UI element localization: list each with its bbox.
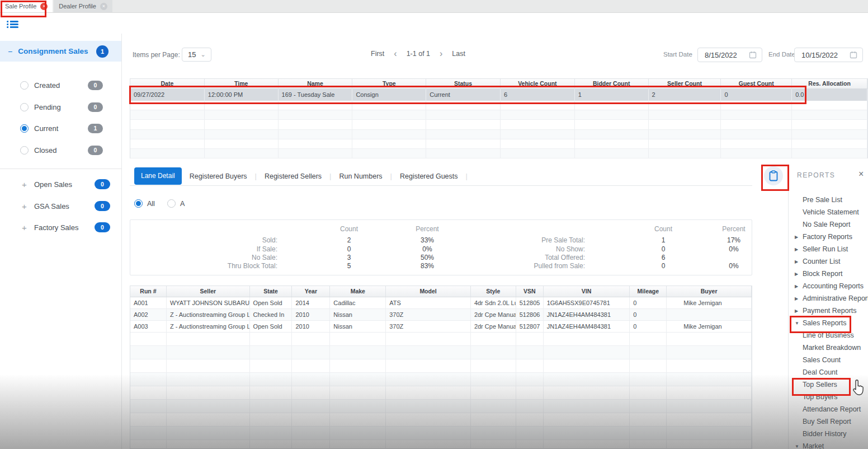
radio-current[interactable] — [20, 124, 29, 133]
tab-run-numbers[interactable]: Run Numbers — [331, 172, 390, 180]
radio-closed[interactable] — [20, 146, 29, 155]
tree-expanded-icon[interactable]: ▼ — [795, 321, 799, 326]
column-header-style[interactable]: Style — [471, 286, 516, 297]
expand-plus-icon[interactable]: + — [20, 180, 29, 189]
report-item-market-breakdown[interactable]: Market Breakdown — [789, 342, 868, 354]
report-item-no-sale-report[interactable]: No Sale Report — [789, 218, 868, 231]
empty-cell — [330, 440, 386, 449]
column-header-date[interactable]: Date — [130, 79, 205, 88]
column-header-name[interactable]: Name — [279, 79, 353, 88]
column-header-buyer[interactable]: Buyer — [667, 286, 752, 297]
report-item-counter-list[interactable]: ▶Counter List — [789, 255, 868, 268]
report-item-top-buyers[interactable]: Top Buyers — [789, 391, 868, 403]
pagination-prev-icon[interactable]: ‹ — [394, 50, 397, 57]
vehicle-row[interactable]: A001WYATT JOHNSON SUBARU H...Open Sold20… — [130, 297, 752, 309]
lane-radio-a[interactable] — [167, 199, 176, 208]
pagination-last-button[interactable]: Last — [452, 50, 465, 58]
column-header-vsn[interactable]: VSN — [516, 286, 544, 297]
expand-plus-icon[interactable]: + — [20, 202, 29, 211]
tree-collapsed-icon[interactable]: ▶ — [795, 308, 798, 314]
report-item-buy-sell-report[interactable]: Buy Sell Report — [789, 415, 868, 428]
report-item-payment-reports[interactable]: ▶Payment Reports — [789, 305, 868, 317]
column-header-seller-count[interactable]: Seller Count — [649, 79, 721, 88]
report-item-sales-count[interactable]: Sales Count — [789, 354, 868, 366]
end-date-input[interactable]: 10/15/2022 — [794, 48, 863, 62]
tab-close-icon[interactable]: × — [100, 3, 107, 10]
lane-radio-all[interactable] — [134, 199, 143, 208]
column-header-year[interactable]: Year — [292, 286, 330, 297]
column-header-run[interactable]: Run # — [130, 286, 167, 297]
sidebar-status-pending[interactable]: Pending0 — [0, 100, 121, 114]
report-item-block-report[interactable]: ▶Block Report — [789, 268, 868, 280]
sidebar-status-current[interactable]: Current1 — [0, 121, 121, 135]
column-header-guest-count[interactable]: Guest Count — [721, 79, 792, 88]
radio-pending[interactable] — [20, 103, 29, 111]
column-header-seller[interactable]: Seller — [167, 286, 250, 297]
report-item-bidder-history[interactable]: Bidder History — [789, 428, 868, 440]
column-header-vehicle-count[interactable]: Vehicle Count — [501, 79, 575, 88]
report-item-market[interactable]: ▼Market — [789, 440, 868, 449]
empty-cell — [630, 359, 667, 372]
tree-collapsed-icon[interactable]: ▶ — [795, 235, 798, 240]
empty-cell — [630, 346, 667, 359]
expand-plus-icon[interactable]: + — [20, 223, 29, 232]
tree-collapsed-icon[interactable]: ▶ — [795, 284, 798, 289]
column-header-make[interactable]: Make — [330, 286, 386, 297]
reports-clipboard-button[interactable] — [764, 166, 783, 185]
calendar-icon[interactable] — [850, 51, 857, 59]
collapse-minus-icon[interactable]: − — [8, 47, 12, 56]
tab-dealer-profile[interactable]: Dealer Profile× — [54, 0, 112, 12]
close-icon[interactable]: × — [858, 169, 864, 179]
column-header-mileage[interactable]: Mileage — [630, 286, 667, 297]
radio-created[interactable] — [20, 81, 29, 90]
menu-icon[interactable] — [7, 21, 18, 29]
sidebar-item-factory-sales[interactable]: +Factory Sales0 — [0, 221, 121, 234]
report-item-vehicle-statement[interactable]: Vehicle Statement — [789, 206, 868, 218]
sidebar-section-consignment-sales[interactable]: − Consignment Sales 1 — [0, 41, 121, 62]
report-item-attendance-report[interactable]: Attendance Report — [789, 403, 868, 415]
empty-cell — [516, 346, 544, 359]
sidebar-status-closed[interactable]: Closed0 — [0, 143, 121, 157]
start-date-input[interactable]: 8/15/2022 — [697, 48, 762, 62]
report-item-pre-sale-list[interactable]: Pre Sale List — [789, 194, 868, 206]
column-header-vin[interactable]: VIN — [544, 286, 630, 297]
tree-collapsed-icon[interactable]: ▶ — [795, 259, 798, 264]
tree-collapsed-icon[interactable]: ▶ — [795, 247, 798, 252]
column-header-status[interactable]: Status — [426, 79, 501, 88]
column-header-type[interactable]: Type — [352, 79, 426, 88]
vehicle-row[interactable]: A003Z - Auctionstreaming Group LLCOpen S… — [130, 321, 752, 333]
report-item-accounting-reports[interactable]: ▶Accounting Reports — [789, 280, 868, 292]
vehicle-cell: Mike Jernigan — [667, 321, 752, 332]
column-header-res-allocation[interactable]: Res. Allocation — [792, 79, 867, 88]
tab-registered-buyers[interactable]: Registered Buyers — [182, 172, 255, 180]
tree-collapsed-icon[interactable]: ▶ — [795, 296, 798, 301]
column-header-bidder-count[interactable]: Bidder Count — [575, 79, 649, 88]
divider — [130, 185, 752, 186]
tab-lane-detail[interactable]: Lane Detail — [134, 167, 182, 185]
report-item-sales-reports[interactable]: ▼Sales Reports — [789, 317, 868, 329]
tab-registered-sellers[interactable]: Registered Sellers — [257, 172, 329, 180]
report-item-factory-reports[interactable]: ▶Factory Reports — [789, 231, 868, 243]
tab-registered-guests[interactable]: Registered Guests — [392, 172, 466, 180]
column-header-time[interactable]: Time — [205, 79, 279, 88]
tree-collapsed-icon[interactable]: ▶ — [795, 272, 798, 277]
vehicle-row[interactable]: A002Z - Auctionstreaming Group LLCChecke… — [130, 309, 752, 321]
calendar-icon[interactable] — [749, 51, 757, 59]
pagination-first-button[interactable]: First — [371, 50, 384, 58]
pagination-next-icon[interactable]: › — [440, 50, 442, 57]
sidebar-item-open-sales[interactable]: +Open Sales0 — [0, 177, 121, 191]
report-item-line-of-business[interactable]: Line of Business — [789, 329, 868, 342]
tab-sale-profile[interactable]: Sale Profile× — [0, 0, 53, 12]
report-item-top-sellers[interactable]: Top Sellers — [789, 378, 868, 391]
tab-close-icon[interactable]: × — [40, 3, 48, 10]
report-item-seller-run-list[interactable]: ▶Seller Run List — [789, 243, 868, 255]
sale-row[interactable]: 09/27/202212:00:00 PM169 - Tuesday SaleC… — [130, 89, 867, 101]
report-item-deal-count[interactable]: Deal Count — [789, 366, 868, 378]
report-item-administrative-reports[interactable]: ▶Administrative Reports — [789, 292, 868, 305]
column-header-state[interactable]: State — [250, 286, 293, 297]
sidebar-status-created[interactable]: Created0 — [0, 78, 121, 92]
tree-expanded-icon[interactable]: ▼ — [795, 444, 799, 449]
items-per-page-select[interactable]: 15 ⌄ — [182, 48, 211, 62]
column-header-model[interactable]: Model — [386, 286, 471, 297]
sidebar-item-gsa-sales[interactable]: +GSA Sales0 — [0, 199, 121, 213]
